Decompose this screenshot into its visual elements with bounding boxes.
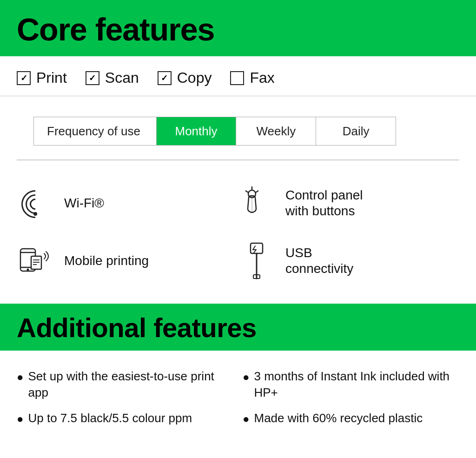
page-wrapper: Core features ✓ Print ✓ Scan ✓ Copy Fax … xyxy=(0,0,476,445)
bullet-dot-1: ● xyxy=(17,369,24,385)
wifi-label: Wi-Fi® xyxy=(64,195,104,211)
bullet-dot-4: ● xyxy=(243,411,250,427)
additional-features-title: Additional features xyxy=(17,314,459,342)
wifi-icon xyxy=(19,190,52,216)
svg-line-2 xyxy=(245,191,248,192)
svg-rect-9 xyxy=(31,256,41,269)
control-panel-item: Control panelwith buttons xyxy=(238,174,459,232)
core-features-header: Core features xyxy=(0,0,476,56)
bullet-instant-ink-text: 3 months of Instant Ink included with HP… xyxy=(254,368,460,401)
bullet-dot-3: ● xyxy=(243,369,250,385)
wifi-item: Wi-Fi® xyxy=(17,174,238,232)
check-copy-label: Copy xyxy=(177,69,212,86)
check-fax-label: Fax xyxy=(250,69,274,86)
bullet-instant-ink: ● 3 months of Instant Ink included with … xyxy=(243,364,459,405)
check-fax[interactable]: Fax xyxy=(230,69,274,86)
bullet-recycled-text: Made with 60% recycled plastic xyxy=(254,410,423,426)
usb-item: USBconnectivity xyxy=(238,232,459,290)
bullet-print-app: ● Set up with the easiest-to-use print a… xyxy=(17,364,233,405)
bullet-dot-2: ● xyxy=(17,411,24,427)
bullet-ppm: ● Up to 7.5 black/5.5 colour ppm xyxy=(17,405,233,431)
frequency-daily[interactable]: Daily xyxy=(316,117,396,145)
check-copy[interactable]: ✓ Copy xyxy=(158,69,212,86)
svg-point-8 xyxy=(26,269,29,271)
control-panel-label: Control panelwith buttons xyxy=(285,187,363,219)
check-print[interactable]: ✓ Print xyxy=(17,69,67,86)
mobile-printing-label: Mobile printing xyxy=(64,253,149,269)
mobile-icon xyxy=(17,242,54,279)
bullets-section: ● Set up with the easiest-to-use print a… xyxy=(0,351,476,445)
frequency-monthly[interactable]: Monthly xyxy=(157,117,237,145)
bullet-print-app-text: Set up with the easiest-to-use print app xyxy=(28,368,234,401)
svg-rect-13 xyxy=(251,243,263,253)
check-scan[interactable]: ✓ Scan xyxy=(86,69,139,86)
bullet-recycled: ● Made with 60% recycled plastic xyxy=(243,405,459,431)
frequency-label: Frequency of use xyxy=(34,117,157,145)
checkbox-fax[interactable] xyxy=(230,71,244,85)
checkbox-scan[interactable]: ✓ xyxy=(86,71,99,85)
wifi-icon-graphic xyxy=(17,185,54,222)
bullet-ppm-text: Up to 7.5 black/5.5 colour ppm xyxy=(28,410,192,426)
checkbox-print[interactable]: ✓ xyxy=(17,71,31,85)
touch-icon xyxy=(238,185,275,222)
frequency-weekly[interactable]: Weekly xyxy=(236,117,316,145)
svg-line-3 xyxy=(256,191,258,192)
frequency-row: Frequency of use Monthly Weekly Daily xyxy=(33,117,396,146)
additional-features-header: Additional features xyxy=(0,304,476,351)
usb-label: USBconnectivity xyxy=(285,245,353,276)
usb-icon xyxy=(238,242,275,279)
checkbox-copy[interactable]: ✓ xyxy=(158,71,172,85)
features-check-row: ✓ Print ✓ Scan ✓ Copy Fax xyxy=(0,56,476,96)
check-scan-label: Scan xyxy=(105,69,139,86)
check-print-label: Print xyxy=(36,69,67,86)
core-features-title: Core features xyxy=(17,13,459,46)
mobile-item: Mobile printing xyxy=(17,232,238,290)
icons-section: Wi-Fi® Control panelwith buttons xyxy=(0,160,476,299)
